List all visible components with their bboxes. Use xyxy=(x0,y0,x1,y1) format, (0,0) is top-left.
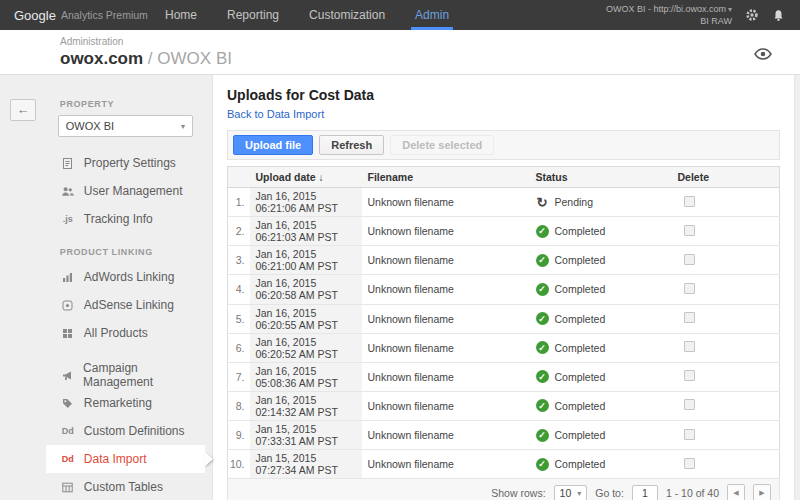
show-rows-select[interactable]: 10 ▾ xyxy=(554,485,588,500)
nav-reporting[interactable]: Reporting xyxy=(212,0,294,30)
goto-page-input[interactable] xyxy=(632,485,658,500)
table-row: 4. Jan 16, 2015 06:20:58 AM PST Unknown … xyxy=(228,275,780,304)
top-nav: Home Reporting Customization Admin xyxy=(150,0,464,30)
status-label: Pending xyxy=(555,196,594,208)
row-number: 5. xyxy=(228,304,250,333)
sidebar-item-label: Campaign Management xyxy=(83,361,205,389)
status-label: Completed xyxy=(555,458,606,470)
table-row: 8. Jan 16, 2015 02:14:32 AM PST Unknown … xyxy=(228,391,780,420)
grid-icon xyxy=(60,327,76,340)
account-name: owox.com xyxy=(60,49,143,68)
completed-icon xyxy=(536,254,549,267)
sidebar-item-custom-definitions[interactable]: Dd Custom Definitions xyxy=(46,417,205,445)
back-column: ← xyxy=(0,75,46,121)
goto-label: Go to: xyxy=(595,487,624,499)
filename-cell: Unknown filename xyxy=(362,450,530,479)
delete-checkbox[interactable] xyxy=(684,341,695,352)
filename-cell: Unknown filename xyxy=(362,304,530,333)
back-to-data-import-link[interactable]: Back to Data Import xyxy=(227,108,324,120)
toolbar: Upload file Refresh Delete selected xyxy=(227,130,780,160)
delete-checkbox[interactable] xyxy=(684,399,695,410)
row-number: 9. xyxy=(228,421,250,450)
tag-icon xyxy=(60,397,76,410)
table-row: 5. Jan 16, 2015 06:20:55 AM PST Unknown … xyxy=(228,304,780,333)
sidebar-item-adwords-linking[interactable]: AdWords Linking xyxy=(46,263,205,291)
sidebar-item-adsense-linking[interactable]: AdSense Linking xyxy=(46,291,205,319)
sidebar-item-campaign-management[interactable]: Campaign Management xyxy=(46,361,205,389)
filename-cell: Unknown filename xyxy=(362,246,530,275)
brand: Google Analytics Premium xyxy=(0,0,150,30)
sidebar-item-property-settings[interactable]: Property Settings xyxy=(46,149,205,177)
column-header-filename[interactable]: Filename xyxy=(362,167,530,188)
sidebar-item-label: Property Settings xyxy=(84,156,176,170)
range-text: 1 - 10 of 40 xyxy=(666,487,719,499)
nav-admin[interactable]: Admin xyxy=(400,0,464,30)
sidebar-item-label: Custom Definitions xyxy=(84,424,185,438)
sidebar-item-custom-tables[interactable]: Custom Tables xyxy=(46,473,205,500)
completed-icon xyxy=(536,283,549,296)
eye-icon[interactable] xyxy=(754,47,772,65)
filename-cell: Unknown filename xyxy=(362,421,530,450)
sidebar-item-data-import[interactable]: Dd Data Import xyxy=(46,445,205,473)
sidebar-item-label: All Products xyxy=(84,326,148,340)
row-number: 4. xyxy=(228,275,250,304)
show-rows-label: Show rows: xyxy=(491,487,545,499)
status-label: Completed xyxy=(555,313,606,325)
delete-checkbox[interactable] xyxy=(684,312,695,323)
delete-selected-button[interactable]: Delete selected xyxy=(390,135,494,155)
nav-home[interactable]: Home xyxy=(150,0,212,30)
sidebar-item-label: Custom Tables xyxy=(84,480,163,494)
sidebar-item-remarketing[interactable]: Remarketing xyxy=(46,389,205,417)
delete-checkbox[interactable] xyxy=(684,370,695,381)
property-selector[interactable]: OWOX BI ▾ xyxy=(58,115,193,137)
previous-page-button[interactable]: ◀ xyxy=(727,484,745,500)
top-bar: Google Analytics Premium Home Reporting … xyxy=(0,0,800,30)
sidebar: PROPERTY OWOX BI ▾ Property Settings Use… xyxy=(46,75,205,500)
sidebar-item-all-products[interactable]: All Products xyxy=(46,319,205,347)
table-icon xyxy=(60,481,76,494)
topbar-right: OWOX BI - http://bi.owox.com▾ BI RAW xyxy=(606,0,800,30)
bell-icon[interactable] xyxy=(771,8,786,23)
upload-date-cell: Jan 15, 2015 07:33:31 AM PST xyxy=(250,421,362,450)
refresh-button[interactable]: Refresh xyxy=(319,135,384,155)
table-row: 9. Jan 15, 2015 07:33:31 AM PST Unknown … xyxy=(228,421,780,450)
delete-checkbox[interactable] xyxy=(684,254,695,265)
delete-checkbox[interactable] xyxy=(684,225,695,236)
table-row: 7. Jan 16, 2015 05:08:36 AM PST Unknown … xyxy=(228,362,780,391)
row-number: 10. xyxy=(228,450,250,479)
row-number: 3. xyxy=(228,246,250,275)
nav-customization[interactable]: Customization xyxy=(294,0,400,30)
filename-cell: Unknown filename xyxy=(362,188,530,217)
status-label: Completed xyxy=(555,371,606,383)
status-label: Completed xyxy=(555,429,606,441)
completed-icon xyxy=(536,225,549,238)
bar-chart-icon xyxy=(60,271,76,284)
content-area: ← PROPERTY OWOX BI ▾ Property Settings U… xyxy=(0,75,800,500)
sidebar-item-user-management[interactable]: User Management xyxy=(46,177,205,205)
filename-cell: Unknown filename xyxy=(362,333,530,362)
document-icon xyxy=(60,157,76,170)
upload-date-cell: Jan 16, 2015 06:20:55 AM PST xyxy=(250,304,362,333)
gear-icon[interactable] xyxy=(744,8,759,23)
row-number: 1. xyxy=(228,188,250,217)
delete-checkbox[interactable] xyxy=(684,458,695,469)
delete-checkbox[interactable] xyxy=(684,429,695,440)
back-arrow-button[interactable]: ← xyxy=(10,99,36,121)
column-header-upload-date[interactable]: Upload date↓ xyxy=(250,167,362,188)
sidebar-item-tracking-info[interactable]: .js Tracking Info xyxy=(46,205,205,233)
next-page-button[interactable]: ▶ xyxy=(753,484,771,500)
status-label: Completed xyxy=(555,400,606,412)
product-linking-section-label: PRODUCT LINKING xyxy=(60,247,205,257)
sidebar-item-label: Tracking Info xyxy=(84,212,153,226)
completed-icon xyxy=(536,429,549,442)
sidebar-item-label: Data Import xyxy=(84,452,147,466)
page-title: owox.com / OWOX BI xyxy=(60,49,784,69)
delete-checkbox[interactable] xyxy=(684,283,695,294)
property-section-label: PROPERTY xyxy=(60,99,205,109)
show-rows-value: 10 xyxy=(560,487,572,499)
upload-file-button[interactable]: Upload file xyxy=(233,135,313,155)
account-switcher[interactable]: OWOX BI - http://bi.owox.com▾ BI RAW xyxy=(606,3,732,28)
users-icon xyxy=(60,185,76,198)
delete-checkbox[interactable] xyxy=(684,196,695,207)
column-header-status[interactable]: Status xyxy=(530,167,672,188)
